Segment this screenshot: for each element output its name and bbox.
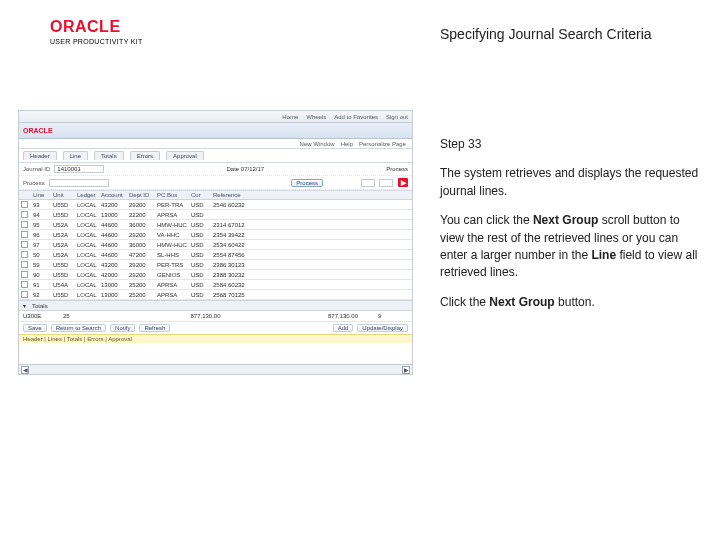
table-row[interactable]: 90U55DLOCAL4200029200GENIOSUSD2388 30232 (19, 270, 412, 280)
cell-unit: U54A (53, 282, 77, 288)
update-display-button[interactable]: Update/Display (357, 324, 408, 332)
cell-ref: 2534 60422 (213, 242, 410, 248)
nav-home[interactable]: Home (282, 114, 298, 120)
totals-count: 9 (378, 313, 408, 319)
table-row[interactable]: 94U55DLOCAL1300022200APRSAUSD (19, 210, 412, 220)
footer-tab-links[interactable]: Header | Lines | Totals | Errors | Appro… (19, 334, 412, 343)
row-checkbox[interactable] (21, 291, 28, 298)
table-row[interactable]: 92U55DLOCAL1300025200APRSAUSD2568 70125 (19, 290, 412, 300)
cell-dept: 47200 (129, 252, 157, 258)
cell-unit: U52A (53, 232, 77, 238)
cell-dept: 25200 (129, 282, 157, 288)
horizontal-scrollbar[interactable]: ◀ ▶ (19, 364, 412, 374)
cell-pc: APRSA (157, 282, 191, 288)
cell-ref: 2314 67012 (213, 222, 410, 228)
refresh-button[interactable]: Refresh (139, 324, 170, 332)
row-checkbox[interactable] (21, 231, 28, 238)
totals-credit: 877,130.00 (328, 313, 378, 319)
cell-line: 93 (33, 202, 53, 208)
row-checkbox[interactable] (21, 251, 28, 258)
cell-ledger: LOCAL (77, 232, 101, 238)
tab-errors[interactable]: Errors (130, 151, 160, 160)
link-personalize-page[interactable]: Personalize Page (359, 141, 406, 147)
cell-ref: 2388 30232 (213, 272, 410, 278)
totals-row: U300E 25 877,130.00 877,130.00 9 (19, 311, 412, 322)
cell-line: 59 (33, 262, 53, 268)
save-button[interactable]: Save (23, 324, 47, 332)
tab-header[interactable]: Header (23, 151, 57, 160)
row-checkbox[interactable] (21, 241, 28, 248)
return-to-search-button[interactable]: Return to Search (51, 324, 106, 332)
process-select[interactable] (49, 179, 109, 187)
row-checkbox[interactable] (21, 271, 28, 278)
status-proc: Process (386, 166, 408, 172)
nav-signout[interactable]: Sign out (386, 114, 408, 120)
tab-totals[interactable]: Totals (94, 151, 124, 160)
table-row[interactable]: 50U52ALOCAL4460047200SL-HHSUSD2554 87456 (19, 250, 412, 260)
cell-unit: U52A (53, 222, 77, 228)
journal-id-field[interactable]: 1410001 (54, 165, 104, 173)
app-header: ORACLE (19, 123, 412, 139)
instruction-line-1: The system retrieves and displays the re… (440, 165, 700, 200)
row-checkbox[interactable] (21, 201, 28, 208)
tab-approval[interactable]: Approval (166, 151, 204, 160)
cell-account: 44600 (101, 242, 129, 248)
cell-ledger: LOCAL (77, 292, 101, 298)
cell-account: 13000 (101, 282, 129, 288)
grid-body: 93U55DLOCAL4320029200PER-TRAUSD2546 6023… (19, 200, 412, 300)
table-row[interactable]: 95U52ALOCAL4460036000HMW-HUCUSD2314 6701… (19, 220, 412, 230)
next-group-button[interactable]: ▶ (398, 178, 408, 187)
cell-dept: 36000 (129, 242, 157, 248)
action-bar: Save Return to Search Notify Refresh Add… (19, 322, 412, 334)
cell-ref: 2386 30123 (213, 262, 410, 268)
process-button[interactable]: Process (291, 179, 323, 187)
cell-ledger: LOCAL (77, 242, 101, 248)
instruction-panel: Step 33 The system retrieves and display… (440, 136, 700, 323)
cell-cur: USD (191, 292, 213, 298)
row-checkbox[interactable] (21, 281, 28, 288)
cell-ref: 2568 70125 (213, 292, 410, 298)
add-button[interactable]: Add (333, 324, 354, 332)
notify-button[interactable]: Notify (110, 324, 135, 332)
page-title: Specifying Journal Search Criteria (440, 26, 652, 42)
link-help[interactable]: Help (341, 141, 353, 147)
cell-account: 44600 (101, 232, 129, 238)
app-global-nav: Home Wheels Add to Favorites Sign out (19, 111, 412, 123)
grid-header: Line Unit Ledger Account Dept ID PC Bus … (19, 190, 412, 200)
cell-cur: USD (191, 262, 213, 268)
nav-worklist[interactable]: Wheels (306, 114, 326, 120)
cell-dept: 36000 (129, 222, 157, 228)
link-new-window[interactable]: New Window (300, 141, 335, 147)
brand-block: ORACLE USER PRODUCTIVITY KIT (50, 18, 143, 45)
nav-favorites[interactable]: Add to Favorites (334, 114, 378, 120)
table-row[interactable]: 91U54ALOCAL1300025200APRSAUSD2584 60232 (19, 280, 412, 290)
cell-cur: USD (191, 272, 213, 278)
scroll-left-icon[interactable]: ◀ (21, 366, 29, 374)
instruction-line-3: Click the Next Group button. (440, 294, 700, 311)
cell-account: 13000 (101, 292, 129, 298)
cell-line: 90 (33, 272, 53, 278)
table-row[interactable]: 97U52ALOCAL4460036000HMW-HUCUSD2534 6042… (19, 240, 412, 250)
instruction-line-2: You can click the Next Group scroll butt… (440, 212, 700, 282)
totals-debit: 877,130.00 (191, 313, 241, 319)
cell-line: 91 (33, 282, 53, 288)
cell-unit: U55D (53, 292, 77, 298)
tab-line[interactable]: Line (63, 151, 88, 160)
line-count-field[interactable] (361, 179, 375, 187)
cell-dept: 29200 (129, 262, 157, 268)
line-count-field-2[interactable] (379, 179, 393, 187)
table-row[interactable]: 93U55DLOCAL4320029200PER-TRAUSD2546 6023… (19, 200, 412, 210)
cell-unit: U52A (53, 242, 77, 248)
cell-cur: USD (191, 222, 213, 228)
table-row[interactable]: 59U55DLOCAL4320029200PER-TRSUSD2386 3012… (19, 260, 412, 270)
cell-line: 95 (33, 222, 53, 228)
cell-dept: 22200 (129, 212, 157, 218)
row-checkbox[interactable] (21, 211, 28, 218)
row-checkbox[interactable] (21, 221, 28, 228)
table-row[interactable]: 96U52ALOCAL4460029200VA-HHCUSD2354 39422 (19, 230, 412, 240)
row-checkbox[interactable] (21, 261, 28, 268)
cell-pc: SL-HHS (157, 252, 191, 258)
upk-subtitle: USER PRODUCTIVITY KIT (50, 38, 143, 45)
scroll-right-icon[interactable]: ▶ (402, 366, 410, 374)
cell-dept: 25200 (129, 292, 157, 298)
